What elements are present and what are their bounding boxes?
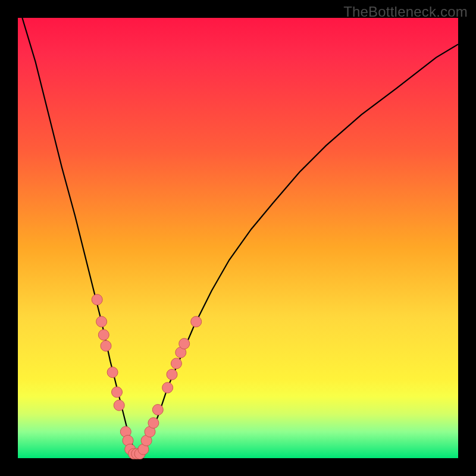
gradient-plot-area	[18, 18, 458, 458]
watermark-text: TheBottleneck.com	[343, 4, 468, 20]
